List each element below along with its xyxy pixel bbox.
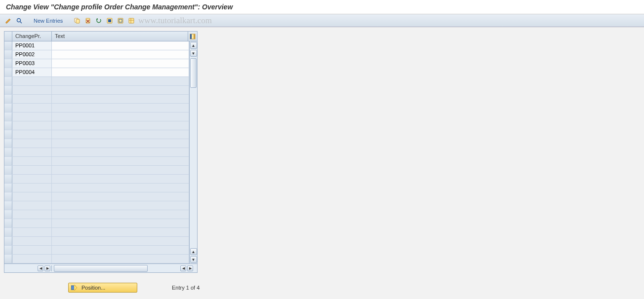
table-row[interactable]: [4, 237, 189, 246]
table-row[interactable]: PP0002: [4, 50, 189, 59]
cell-text[interactable]: [52, 219, 189, 227]
row-selector[interactable]: [4, 210, 12, 219]
table-row[interactable]: [4, 255, 189, 263]
cell-text[interactable]: [52, 139, 189, 148]
row-selector[interactable]: [4, 95, 12, 103]
horizontal-scrollbar[interactable]: ◀ ▶ ◀ ▶: [4, 263, 197, 272]
deselect-all-icon[interactable]: [116, 16, 125, 25]
hscroll-left-icon[interactable]: ◀: [38, 265, 43, 271]
row-selector[interactable]: [4, 255, 12, 263]
table-row[interactable]: [4, 95, 189, 104]
row-selector[interactable]: [4, 228, 12, 236]
row-selector[interactable]: [4, 157, 12, 165]
cell-changepr[interactable]: [12, 112, 52, 121]
cell-changepr[interactable]: [12, 157, 52, 165]
row-selector[interactable]: [4, 184, 12, 192]
cell-text[interactable]: [52, 112, 189, 121]
cell-text[interactable]: [52, 121, 189, 130]
table-row[interactable]: PP0001: [4, 41, 189, 50]
cell-changepr[interactable]: [12, 192, 52, 201]
cell-changepr[interactable]: [12, 130, 52, 139]
cell-changepr[interactable]: [12, 166, 52, 174]
row-selector[interactable]: [4, 166, 12, 174]
cell-text[interactable]: [52, 86, 189, 94]
cell-text[interactable]: [52, 166, 189, 174]
table-settings-icon[interactable]: [127, 16, 136, 25]
cell-text[interactable]: [52, 246, 189, 254]
row-selector[interactable]: [4, 139, 12, 148]
undo-icon[interactable]: [94, 16, 103, 25]
cell-text[interactable]: [52, 175, 189, 183]
table-row[interactable]: [4, 210, 189, 219]
cell-text[interactable]: [52, 192, 189, 201]
cell-changepr[interactable]: [12, 175, 52, 183]
row-selector[interactable]: [4, 121, 12, 130]
cell-text[interactable]: [52, 50, 189, 59]
table-row[interactable]: [4, 121, 189, 130]
scroll-track[interactable]: [190, 57, 197, 248]
cell-changepr[interactable]: [12, 121, 52, 130]
scroll-up-icon[interactable]: ▲: [190, 42, 197, 49]
hscroll-thumb[interactable]: [54, 265, 148, 272]
row-selector[interactable]: [4, 112, 12, 121]
cell-text[interactable]: [52, 130, 189, 139]
hscroll-right-step-icon[interactable]: ▶: [44, 265, 50, 271]
scroll-up-step-icon[interactable]: ▲: [190, 248, 197, 255]
cell-changepr[interactable]: [12, 246, 52, 254]
cell-text[interactable]: [52, 201, 189, 210]
select-all-icon[interactable]: [105, 16, 114, 25]
row-selector[interactable]: [4, 175, 12, 183]
new-entries-button[interactable]: New Entries: [31, 17, 66, 25]
vertical-scrollbar[interactable]: ▲ ▼ ▲ ▼: [189, 41, 197, 263]
table-row[interactable]: [4, 130, 189, 139]
table-row[interactable]: PP0003: [4, 59, 189, 68]
delete-icon[interactable]: [83, 16, 92, 25]
cell-changepr[interactable]: PP0004: [12, 68, 52, 76]
cell-text[interactable]: [52, 148, 189, 156]
hscroll-left-step-icon[interactable]: ◀: [180, 265, 186, 271]
row-selector[interactable]: [4, 41, 12, 50]
table-row[interactable]: [4, 104, 189, 112]
table-row[interactable]: [4, 86, 189, 95]
select-all-column[interactable]: [4, 32, 12, 41]
cell-changepr[interactable]: [12, 139, 52, 148]
table-row[interactable]: [4, 112, 189, 121]
row-selector[interactable]: [4, 59, 12, 68]
cell-changepr[interactable]: [12, 184, 52, 192]
cell-changepr[interactable]: [12, 148, 52, 156]
cell-changepr[interactable]: [12, 255, 52, 263]
table-row[interactable]: [4, 192, 189, 201]
column-header-changepr[interactable]: ChangePr.: [12, 32, 52, 41]
table-row[interactable]: [4, 166, 189, 175]
row-selector[interactable]: [4, 68, 12, 76]
row-selector[interactable]: [4, 219, 12, 227]
table-row[interactable]: [4, 228, 189, 237]
find-icon[interactable]: [15, 16, 24, 25]
table-row[interactable]: [4, 139, 189, 148]
cell-changepr[interactable]: [12, 86, 52, 94]
cell-text[interactable]: [52, 228, 189, 236]
cell-text[interactable]: [52, 184, 189, 192]
table-row[interactable]: [4, 77, 189, 86]
cell-changepr[interactable]: [12, 201, 52, 210]
position-button[interactable]: Position...: [68, 283, 137, 293]
row-selector[interactable]: [4, 237, 12, 245]
table-row[interactable]: [4, 184, 189, 192]
cell-changepr[interactable]: [12, 228, 52, 236]
cell-changepr[interactable]: [12, 237, 52, 245]
cell-changepr[interactable]: [12, 95, 52, 103]
row-selector[interactable]: [4, 50, 12, 59]
hscroll-right-icon[interactable]: ▶: [187, 265, 193, 271]
cell-text[interactable]: [52, 157, 189, 165]
scroll-down-icon[interactable]: ▼: [190, 256, 197, 263]
table-row[interactable]: [4, 246, 189, 255]
row-selector[interactable]: [4, 77, 12, 85]
copy-icon[interactable]: [73, 16, 81, 25]
configure-columns-icon[interactable]: [188, 32, 197, 41]
row-selector[interactable]: [4, 86, 12, 94]
table-row[interactable]: [4, 175, 189, 184]
cell-changepr[interactable]: PP0002: [12, 50, 52, 59]
row-selector[interactable]: [4, 246, 12, 254]
scroll-down-step-icon[interactable]: ▼: [190, 50, 197, 57]
table-row[interactable]: [4, 148, 189, 157]
